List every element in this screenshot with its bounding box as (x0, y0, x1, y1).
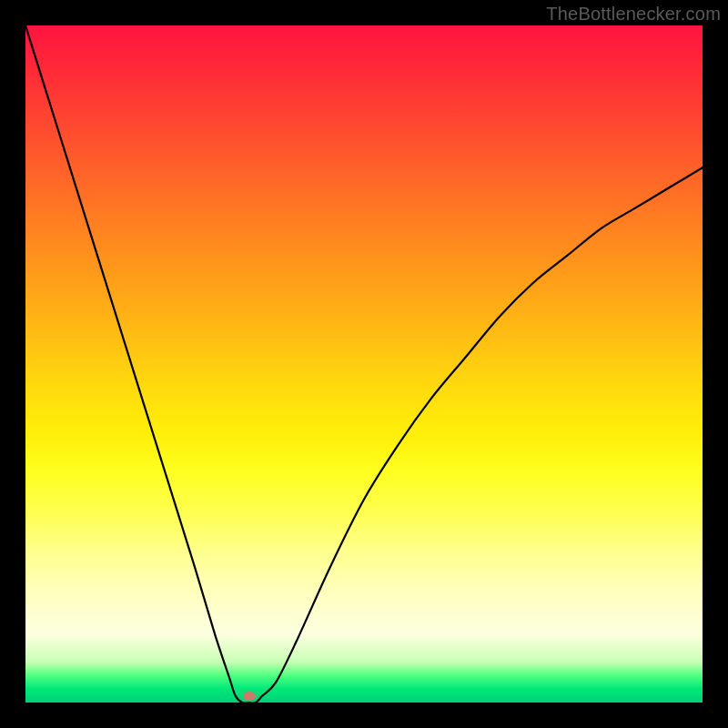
curve-svg (25, 25, 703, 703)
optimal-point-marker (243, 692, 256, 701)
chart-container: TheBottlenecker.com (0, 0, 728, 728)
bottleneck-curve (25, 25, 703, 703)
watermark-text: TheBottlenecker.com (546, 4, 721, 25)
